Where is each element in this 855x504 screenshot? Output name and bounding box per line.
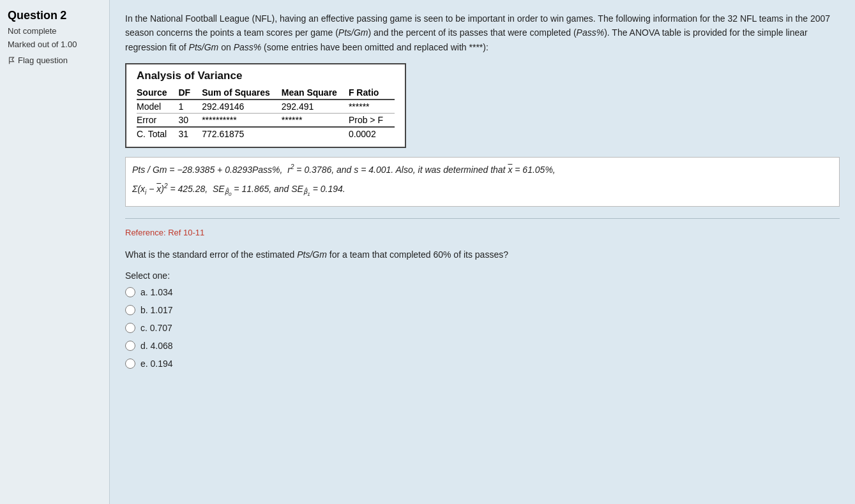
error-ms: ******	[282, 114, 349, 128]
option-e[interactable]: e. 0.194	[125, 359, 840, 369]
select-label: Select one:	[125, 271, 840, 281]
radio-c[interactable]	[125, 323, 135, 333]
options-list: a. 1.034 b. 1.017 c. 0.707 d. 4.068 e. 0…	[125, 287, 840, 369]
question-title: Question 2	[8, 9, 102, 22]
error-f: Prob > F	[349, 114, 395, 128]
anova-header-row: Source DF Sum of Squares Mean Square F R…	[137, 86, 395, 100]
total-df: 31	[178, 127, 202, 140]
question-status: Not complete	[8, 26, 102, 36]
col-ms: Mean Square	[282, 86, 349, 100]
radio-b[interactable]	[125, 305, 135, 315]
anova-model-row: Model 1 292.49146 292.491 ******	[137, 100, 395, 114]
anova-table: Source DF Sum of Squares Mean Square F R…	[137, 86, 395, 140]
col-ss: Sum of Squares	[202, 86, 282, 100]
total-ss: 772.61875	[202, 127, 282, 140]
option-a[interactable]: a. 1.034	[125, 287, 840, 297]
model-ss: 292.49146	[202, 100, 282, 114]
reference: Reference: Ref 10-11	[125, 228, 840, 237]
flag-label: Flag question	[18, 56, 68, 65]
anova-table-wrapper: Analysis of Variance Source DF Sum of Sq…	[125, 63, 406, 148]
option-c-label: c. 0.707	[140, 323, 172, 333]
radio-a[interactable]	[125, 287, 135, 297]
divider	[125, 218, 840, 219]
col-source: Source	[137, 86, 178, 100]
model-f: ******	[349, 100, 395, 114]
formula-block: Pts / Gm = −28.9385 + 0.8293Pass%, r2 = …	[125, 157, 840, 207]
option-b[interactable]: b. 1.017	[125, 305, 840, 315]
anova-error-row: Error 30 ********** ****** Prob > F	[137, 114, 395, 128]
option-d-label: d. 4.068	[140, 341, 173, 351]
formula-line-1: Pts / Gm = −28.9385 + 0.8293Pass%, r2 = …	[132, 161, 833, 178]
flag-question-button[interactable]: Flag question	[8, 56, 102, 65]
flag-icon	[8, 57, 15, 64]
anova-total-row: C. Total 31 772.61875 0.0002	[137, 127, 395, 140]
sidebar: Question 2 Not complete Marked out of 1.…	[0, 0, 110, 504]
total-f: 0.0002	[349, 127, 395, 140]
col-f: F Ratio	[349, 86, 395, 100]
question-label: Question	[8, 9, 57, 22]
radio-e[interactable]	[125, 359, 135, 369]
formula-line-2: Σ(xi − x)2 = 425.28, SEβ̂0 = 11.865, and…	[132, 181, 833, 200]
total-ms	[282, 127, 349, 140]
question-number: 2	[60, 9, 66, 22]
col-df: DF	[178, 86, 202, 100]
question-prompt: What is the standard error of the estima…	[125, 248, 840, 262]
main-content: In the National Football League (NFL), h…	[110, 0, 855, 504]
error-source: Error	[137, 114, 178, 128]
error-df: 30	[178, 114, 202, 128]
option-e-label: e. 0.194	[140, 359, 173, 369]
total-source: C. Total	[137, 127, 178, 140]
option-b-label: b. 1.017	[140, 305, 173, 315]
model-source: Model	[137, 100, 178, 114]
model-df: 1	[178, 100, 202, 114]
radio-d[interactable]	[125, 341, 135, 351]
option-a-label: a. 1.034	[140, 287, 173, 297]
model-ms: 292.491	[282, 100, 349, 114]
anova-title: Analysis of Variance	[137, 70, 395, 82]
option-d[interactable]: d. 4.068	[125, 341, 840, 351]
error-ss: **********	[202, 114, 282, 128]
option-c[interactable]: c. 0.707	[125, 323, 840, 333]
marked-out: Marked out of 1.00	[8, 40, 102, 49]
question-intro: In the National Football League (NFL), h…	[125, 11, 840, 54]
